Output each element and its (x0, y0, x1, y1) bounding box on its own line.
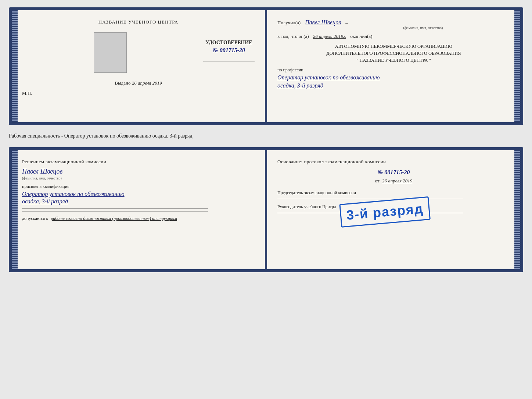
qualification-value-1: Оператор установок по обезвоживанию (22, 191, 255, 197)
date-line-1: в том, что он(а) 26 апреля 2019г. окончи… (277, 33, 510, 39)
specialization-value: осадка, 3-й разряд (277, 82, 510, 89)
document-2: Решением экзаменационной комиссии Павел … (9, 147, 523, 272)
profession-value: Оператор установок по обезвоживанию (277, 74, 510, 81)
org-line3: " НАЗВАНИЕ УЧЕБНОГО ЦЕНТРА " (277, 57, 510, 64)
cert-title: УДОСТОВЕРЕНИЕ (203, 40, 255, 46)
received-prefix: Получил(а) (277, 20, 301, 25)
chairman-label: Председатель экзаменационной комиссии (277, 190, 510, 196)
decision-title: Решением экзаменационной комиссии (22, 159, 255, 165)
fio-label-2: (фамилия, имя, отчество) (22, 176, 255, 180)
stamp: 3-й разряд (339, 196, 431, 228)
cert-number: № 001715-20 (203, 47, 255, 54)
mp-label: М.П. (22, 90, 255, 96)
page-container: НАЗВАНИЕ УЧЕБНОГО ЦЕНТРА УДОСТОВЕРЕНИЕ №… (9, 7, 523, 272)
doc2-right-page: – – – И а ← – – – – Основание: протокол … (267, 150, 520, 269)
allowed-text: допускается к работе согласно должностны… (22, 215, 255, 222)
chairman-sig-line (277, 199, 463, 199)
basis-title: Основание: протокол экзаменационной коми… (277, 159, 510, 165)
doc1-center-title: НАЗВАНИЕ УЧЕБНОГО ЦЕНТРА (22, 19, 255, 25)
doc2-left-page: Решением экзаменационной комиссии Павел … (12, 150, 265, 269)
binding-right-2 (514, 150, 520, 269)
qualification-value-2: осадка, 3-й разряд (22, 198, 255, 205)
org-line2: ДОПОЛНИТЕЛЬНОГО ПРОФЕССИОНАЛЬНОГО ОБРАЗО… (277, 50, 510, 57)
allowed-value: работе согласно должностным (производств… (51, 216, 177, 221)
between-label: Рабочая специальность - Оператор установ… (9, 132, 523, 140)
doc1-right-page: – – И а ← – – – – Получил(а) Павел Швецо… (267, 10, 520, 122)
date-value-1: 26 апреля 2019г. (313, 33, 346, 39)
photo-placeholder (94, 32, 127, 73)
fio-label-1: (фамилия, имя, отчество) (336, 26, 510, 30)
stamp-text: 3-й разряд (346, 201, 424, 223)
received-line: Получил(а) Павел Швецов – (фамилия, имя,… (277, 19, 510, 30)
org-block: АВТОНОМНУЮ НЕКОММЕРЧЕСКУЮ ОРГАНИЗАЦИЮ ДО… (277, 43, 510, 64)
from-date-value: 26 апреля 2019 (382, 178, 412, 184)
document-1: НАЗВАНИЕ УЧЕБНОГО ЦЕНТРА УДОСТОВЕРЕНИЕ №… (9, 7, 523, 125)
org-line1: АВТОНОМНУЮ НЕКОММЕРЧЕСКУЮ ОРГАНИЗАЦИЮ (277, 43, 510, 50)
profession-label: по профессии (277, 67, 510, 73)
sig-line-1 (22, 209, 208, 209)
cert-issued-date: Выдано 26 апреля 2019 (22, 80, 255, 86)
decision-name: Павел Швецов (22, 168, 255, 175)
qualification-label: присвоена квалификация (22, 184, 255, 189)
binding-right-1 (514, 10, 520, 122)
doc1-left-page: НАЗВАНИЕ УЧЕБНОГО ЦЕНТРА УДОСТОВЕРЕНИЕ №… (12, 10, 265, 122)
recipient-name: Павел Швецов (305, 19, 341, 25)
from-date: от 26 апреля 2019 (277, 178, 510, 184)
dash-1: – (345, 20, 348, 25)
sig-line-2 (22, 211, 208, 211)
protocol-number: № 001715-20 (277, 169, 510, 176)
